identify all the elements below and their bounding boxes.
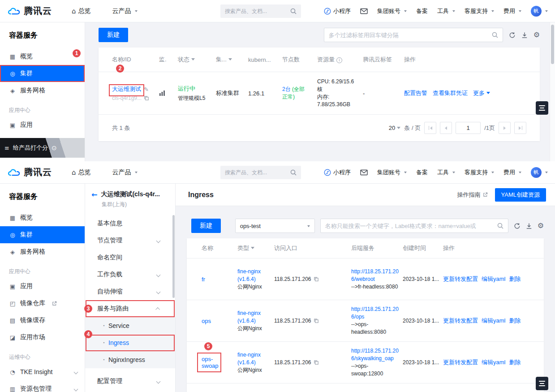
yaml-create-button[interactable]: YAML创建资源: [495, 188, 546, 202]
ingress-name-link[interactable]: ops-swoap: [202, 356, 225, 369]
page-scrollbar[interactable]: [550, 22, 555, 161]
copy-icon[interactable]: [144, 95, 149, 101]
edit-yaml-link[interactable]: 编辑yaml: [482, 358, 505, 366]
ingress-class-link[interactable]: fine-nginx: [237, 310, 274, 317]
sidebar-item-image-registry[interactable]: ◰ 镜像仓库: [0, 295, 85, 312]
support-menu[interactable]: 客服支持: [465, 168, 494, 177]
update-forward-config-link[interactable]: 更新转发配置: [443, 358, 478, 366]
tools-menu[interactable]: 工具: [437, 7, 455, 15]
nodes-count-link[interactable]: 2台: [282, 86, 291, 92]
beian-link[interactable]: 备案: [416, 7, 428, 15]
mini-program-link[interactable]: 小程序: [324, 168, 351, 177]
tools-menu[interactable]: 工具: [437, 168, 455, 177]
ingress-class-link[interactable]: fine-nginx: [237, 351, 274, 359]
sidebar-item-service-mesh[interactable]: ◈ 服务网格: [0, 243, 85, 260]
filter-icon[interactable]: [228, 58, 232, 62]
cluster-name-link[interactable]: 大运维测试: [112, 85, 141, 93]
tencent-cloud-logo[interactable]: 腾讯云: [7, 166, 52, 178]
copy-icon[interactable]: [314, 318, 319, 323]
subnav-item-service-route[interactable]: 服务与路由: [85, 300, 175, 317]
configure-alarm-link[interactable]: 配置告警: [404, 89, 427, 97]
subnav-scrollbar-thumb[interactable]: [172, 215, 175, 298]
sidebar-item-cluster[interactable]: ◎ 集群: [0, 65, 85, 82]
search-icon[interactable]: [290, 169, 297, 176]
global-search[interactable]: [220, 4, 301, 18]
group-account-menu[interactable]: 集团账号: [377, 7, 407, 15]
sidebar-item-image-cache[interactable]: ▤ 镜像缓存: [0, 312, 85, 329]
subnav-item-nginx-ingress[interactable]: NginxIngress: [85, 351, 175, 368]
cluster-filter-input[interactable]: [329, 32, 489, 39]
edit-pencil-icon[interactable]: ✎: [144, 86, 149, 93]
nav-overview[interactable]: ⌂ 总览: [72, 168, 91, 177]
delete-link[interactable]: 删除: [509, 275, 521, 283]
update-forward-config-link[interactable]: 更新转发配置: [443, 317, 478, 325]
operation-guide-link[interactable]: 操作指南: [457, 191, 488, 199]
ingress-search-input[interactable]: [325, 223, 495, 229]
refresh-icon[interactable]: [509, 32, 516, 39]
tencent-cloud-logo[interactable]: 腾讯云: [7, 5, 52, 17]
subnav-item-autoscaling[interactable]: 自动伸缩: [85, 283, 175, 300]
create-ingress-button[interactable]: 新建: [191, 219, 221, 233]
backend-url-link[interactable]: http://118.25.171.206/ops: [351, 306, 399, 321]
more-dropdown[interactable]: 更多: [473, 89, 490, 97]
edit-yaml-link[interactable]: 编辑yaml: [482, 275, 505, 283]
copy-icon[interactable]: [314, 360, 319, 365]
sidebar-item-service-mesh[interactable]: ◈ 服务网格: [0, 82, 85, 99]
update-forward-config-link[interactable]: 更新转发配置: [443, 275, 478, 283]
cluster-filter[interactable]: [324, 28, 503, 42]
global-search-input[interactable]: [225, 169, 288, 176]
back-arrow-icon[interactable]: ←: [91, 190, 97, 199]
ingress-class-link[interactable]: fine-nginx: [237, 268, 274, 276]
sidebar-item-overview[interactable]: ▦ 概览: [0, 209, 85, 226]
subnav-item-workload[interactable]: 工作负载: [85, 266, 175, 283]
gear-icon[interactable]: ⚙: [533, 31, 540, 39]
sidebar-item-app-market[interactable]: ◪ 应用市场: [0, 329, 85, 346]
filter-icon[interactable]: [191, 58, 195, 62]
subnav-item-config-management[interactable]: 配置管理: [85, 373, 175, 390]
prev-page-button[interactable]: [440, 122, 452, 134]
billing-menu[interactable]: 费用: [503, 7, 521, 15]
delete-link[interactable]: 删除: [509, 358, 521, 366]
next-page-button[interactable]: [499, 122, 511, 134]
last-page-button[interactable]: [514, 122, 526, 134]
global-search-input[interactable]: [225, 8, 288, 14]
billing-menu[interactable]: 费用: [503, 168, 521, 177]
nav-cloud-products[interactable]: 云产品: [112, 7, 138, 15]
sidebar-item-tke-insight[interactable]: ◔ TKE Insight: [0, 363, 85, 380]
feedback-float-button[interactable]: [536, 101, 548, 115]
ingress-class-version[interactable]: (v1.6.4): [237, 276, 274, 283]
namespace-select[interactable]: ops-test: [235, 219, 315, 233]
nav-cloud-products[interactable]: 云产品: [112, 168, 138, 177]
mail-icon[interactable]: [360, 8, 368, 14]
mini-program-link[interactable]: 小程序: [324, 7, 351, 15]
delete-link[interactable]: 删除: [509, 317, 521, 325]
sidebar-item-app[interactable]: ▣ 应用: [0, 116, 85, 134]
group-account-menu[interactable]: 集团账号: [377, 168, 407, 177]
info-icon[interactable]: [336, 57, 342, 63]
ingress-search[interactable]: [320, 219, 508, 233]
page-size-select[interactable]: 20: [389, 125, 400, 131]
account-avatar-menu[interactable]: 帆: [531, 167, 548, 178]
beian-link[interactable]: 备案: [416, 168, 428, 177]
feedback-float-button[interactable]: [536, 377, 548, 390]
account-avatar-menu[interactable]: 帆: [531, 6, 548, 17]
sidebar-item-app[interactable]: ▣ 应用: [0, 278, 85, 295]
gear-icon[interactable]: ⚙: [538, 222, 544, 229]
support-menu[interactable]: 客服支持: [465, 7, 494, 15]
download-icon[interactable]: [526, 223, 532, 229]
ingress-class-version[interactable]: (v1.6.4): [237, 359, 274, 366]
filter-icon[interactable]: [251, 247, 254, 251]
scrollbar-thumb[interactable]: [551, 25, 554, 64]
subnav-item-service[interactable]: Service: [85, 317, 175, 334]
sidebar-item-overview[interactable]: ▦ 概览: [0, 48, 85, 65]
ingress-name-link[interactable]: fr: [202, 276, 225, 283]
sidebar-item-resource-package[interactable]: ▥ 资源包管理: [0, 380, 85, 392]
back-to-cluster-list[interactable]: ← 大运维测试(cls-q4r...: [85, 189, 175, 200]
ingress-name-link[interactable]: ops: [202, 318, 225, 324]
mail-icon[interactable]: [360, 169, 368, 176]
page-number-input[interactable]: 1: [456, 122, 481, 134]
nav-overview[interactable]: ⌂ 总览: [72, 7, 91, 15]
copy-icon[interactable]: [314, 276, 319, 282]
download-icon[interactable]: [521, 32, 528, 39]
edit-yaml-link[interactable]: 编辑yaml: [482, 317, 505, 325]
